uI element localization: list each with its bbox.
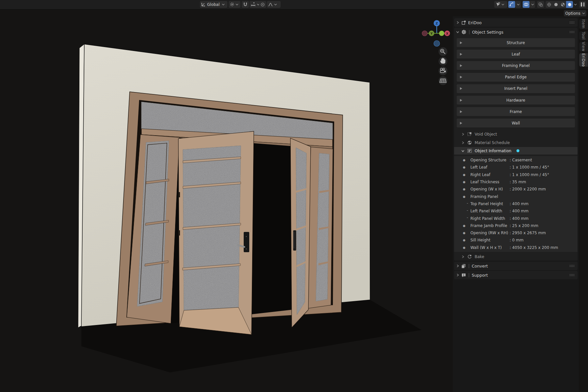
info-row-label: Left Panel Width — [470, 209, 502, 213]
chevron-right-icon — [456, 273, 459, 277]
chevron-right-icon — [456, 264, 459, 268]
info-row: ● Sill Height : 0 mm — [454, 237, 578, 244]
object-settings-header[interactable]: Object Settings — [454, 28, 578, 36]
grid-floor-button[interactable] — [439, 76, 448, 85]
subpanel-label: Material Schedule — [475, 140, 510, 145]
panel-convert[interactable]: Convert — [454, 262, 578, 270]
section-button[interactable]: Framing Panel — [457, 61, 575, 70]
info-row-label: Framing Panel — [470, 194, 498, 199]
panel-drag-handle[interactable] — [569, 265, 574, 267]
sidebar-tab[interactable]: EriDoo — [579, 53, 588, 67]
panel-drag-handle[interactable] — [569, 274, 574, 276]
falloff-dropdown[interactable] — [267, 1, 281, 8]
section-button-label: Wall — [512, 121, 520, 125]
pan-button[interactable] — [439, 57, 448, 66]
zoom-button[interactable] — [439, 47, 448, 56]
chevron-right-icon — [461, 141, 465, 144]
info-row-label: Left Leaf — [470, 165, 487, 170]
right-sidelite[interactable] — [308, 147, 333, 308]
info-row-marker: - — [466, 208, 469, 213]
info-row-value: : 0 mm — [510, 238, 524, 242]
disclosure-triangle-icon — [460, 53, 462, 56]
options-button[interactable]: Options — [564, 10, 586, 16]
material-sphere-icon — [561, 2, 565, 7]
info-row-marker: ● — [463, 166, 466, 169]
snap-toggle[interactable] — [242, 1, 249, 8]
section-button-label: Framing Panel — [502, 63, 530, 68]
shading-rendered-button[interactable] — [566, 1, 573, 8]
subpanel-label: Object Information — [475, 149, 511, 153]
transform-orientation-dropdown[interactable]: Global — [200, 1, 227, 8]
overlays-dropdown[interactable] — [530, 1, 535, 8]
proportional-editing-toggle[interactable] — [259, 1, 266, 8]
section-button[interactable]: Hardware — [457, 96, 575, 105]
chevron-down-icon — [517, 4, 520, 6]
shading-material-button[interactable] — [559, 1, 566, 8]
section-button[interactable]: Structure — [457, 38, 575, 47]
subpanel-void-object[interactable]: Void Object — [454, 130, 578, 138]
shading-dropdown[interactable] — [573, 1, 578, 8]
right-door-leaf[interactable] — [290, 138, 311, 328]
panel-drag-handle[interactable] — [569, 21, 574, 24]
camera-view-button[interactable] — [439, 67, 448, 75]
info-row-label: Right Leaf — [470, 172, 490, 177]
chevron-down-icon — [461, 149, 465, 153]
sidebar-tab[interactable]: View — [579, 42, 588, 51]
info-row: - Left Panel Width : 400 mm — [454, 207, 578, 215]
gizmos-dropdown[interactable] — [515, 1, 521, 8]
subpanel-material-schedule[interactable]: Material Schedule — [454, 139, 578, 146]
info-row-label: Right Panel Width — [470, 216, 505, 221]
gizmo-visibility-dropdown[interactable] — [494, 1, 507, 8]
info-row-marker: ● — [463, 238, 466, 242]
subpanel-bake[interactable]: Bake — [454, 253, 578, 260]
info-row-marker: - — [466, 215, 469, 220]
info-row-label: Wall (W x H x T) — [470, 245, 502, 250]
info-row-value: : 400 mm — [510, 202, 529, 206]
sidebar-tab-label: Tool — [581, 32, 586, 40]
info-row-value: : 4050 x 3225 x 200 mm — [510, 245, 558, 250]
falloff-curve-icon — [268, 2, 273, 7]
divider — [469, 264, 469, 268]
options-label: Options — [565, 11, 580, 16]
pivot-point-dropdown[interactable] — [229, 1, 240, 8]
cursor-eye-icon — [495, 2, 500, 7]
subpanel-object-information[interactable]: Object Information — [454, 147, 578, 155]
section-button[interactable]: Insert Panel — [457, 84, 575, 93]
panel-eridoo[interactable]: EriDoo — [454, 18, 578, 27]
toggle-xray[interactable] — [537, 1, 544, 8]
info-row-value: : 1 x 1000 mm / 45° — [510, 172, 549, 177]
show-gizmos-group — [508, 1, 521, 8]
panel-support[interactable]: Support — [454, 271, 578, 279]
show-overlays-toggle[interactable] — [523, 1, 530, 8]
chevron-down-icon — [531, 4, 534, 6]
info-row: ● Opening Structure : Casement — [454, 156, 578, 164]
chevron-right-icon — [456, 21, 459, 24]
section-button[interactable]: Wall — [457, 119, 575, 127]
sidebar-tab-label: EriDoo — [581, 53, 586, 67]
section-button-label: Insert Panel — [504, 86, 528, 91]
divider — [469, 30, 469, 34]
disclosure-triangle-icon — [460, 41, 462, 44]
sidebar-tab[interactable]: Item — [579, 19, 588, 29]
panel-drag-handle[interactable] — [569, 31, 574, 33]
panel-title: Support — [472, 273, 488, 278]
shading-wireframe-button[interactable] — [546, 1, 552, 8]
pause-button[interactable] — [579, 1, 586, 8]
orientation-label: Global — [206, 2, 221, 7]
sidebar-tab[interactable]: Tool — [579, 31, 588, 40]
section-button[interactable]: Frame — [457, 107, 575, 116]
left-door-leaf[interactable] — [178, 131, 254, 335]
shading-solid-button[interactable] — [552, 1, 559, 8]
disclosure-triangle-icon — [460, 122, 462, 124]
info-row-label: Leaf Thickness — [470, 180, 499, 184]
info-row: - Right Panel Width : 400 mm — [454, 215, 578, 222]
info-row: ● Frame Jamb Profile : 25 x 200 mm — [454, 222, 578, 229]
show-gizmos-toggle[interactable] — [508, 1, 515, 8]
info-row-label: Opening Structure — [470, 158, 506, 162]
transform-orientation-icon — [201, 2, 206, 7]
shading-mode-group — [546, 1, 578, 8]
info-row-label: Opening (RW x RH) — [470, 231, 508, 235]
show-overlays-group — [523, 1, 535, 8]
section-button[interactable]: Panel Edge — [457, 73, 575, 82]
section-button[interactable]: Leaf — [457, 50, 575, 58]
